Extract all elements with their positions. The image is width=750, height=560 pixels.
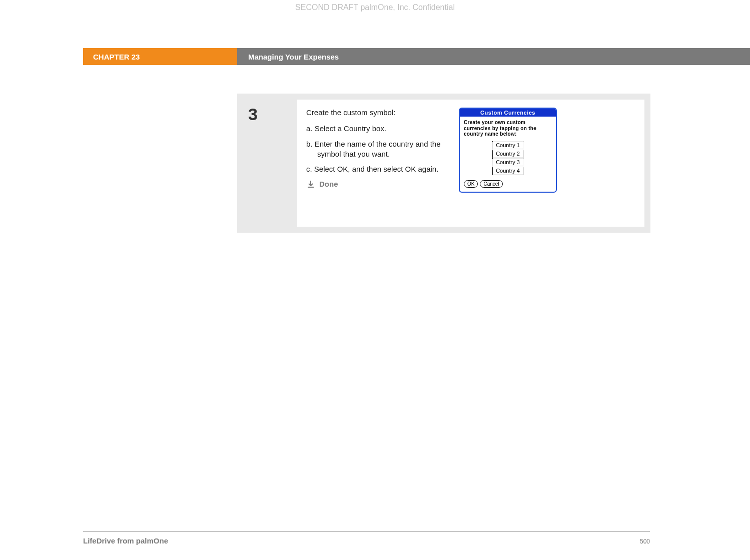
footer-divider bbox=[83, 531, 650, 532]
palm-dialog-title: Custom Currencies bbox=[460, 109, 556, 117]
chapter-spacer bbox=[0, 48, 83, 65]
device-screenshot-area: Custom Currencies Create your own custom… bbox=[459, 108, 635, 219]
palm-instruction-text: Create your own custom currencies by tap… bbox=[464, 120, 552, 137]
palm-dialog-body: Create your own custom currencies by tap… bbox=[460, 117, 556, 192]
chapter-header-bar: CHAPTER 23 Managing Your Expenses bbox=[0, 48, 750, 65]
palm-country-3[interactable]: Country 3 bbox=[492, 158, 523, 166]
step-content-panel: Create the custom symbol: a. Select a Co… bbox=[297, 100, 644, 227]
footer-page-number: 500 bbox=[640, 538, 650, 545]
step-instructions: Create the custom symbol: a. Select a Co… bbox=[306, 108, 459, 219]
watermark-text: SECOND DRAFT palmOne, Inc. Confidential bbox=[295, 3, 455, 12]
palm-dialog: Custom Currencies Create your own custom… bbox=[459, 108, 557, 193]
chapter-label: CHAPTER 23 bbox=[83, 48, 237, 65]
step-item-c: c. Select OK, and then select OK again. bbox=[306, 164, 459, 174]
palm-country-4[interactable]: Country 4 bbox=[492, 167, 523, 175]
step-intro: Create the custom symbol: bbox=[306, 108, 459, 118]
done-indicator: Done bbox=[306, 179, 459, 189]
palm-button-row: OK Cancel bbox=[464, 180, 552, 188]
step-block: 3 Create the custom symbol: a. Select a … bbox=[237, 94, 650, 233]
step-item-a: a. Select a Country box. bbox=[306, 124, 459, 134]
palm-ok-button[interactable]: OK bbox=[464, 180, 478, 188]
chapter-title: Managing Your Expenses bbox=[237, 48, 750, 65]
step-number-column: 3 bbox=[237, 94, 297, 233]
palm-country-list: Country 1 Country 2 Country 3 Country 4 bbox=[464, 141, 552, 175]
palm-country-2[interactable]: Country 2 bbox=[492, 150, 523, 158]
palm-country-1[interactable]: Country 1 bbox=[492, 141, 523, 149]
step-item-b: b. Enter the name of the country and the… bbox=[306, 139, 459, 160]
footer-product-name: LifeDrive from palmOne bbox=[83, 536, 168, 545]
step-number: 3 bbox=[248, 105, 297, 124]
palm-cancel-button[interactable]: Cancel bbox=[480, 180, 502, 188]
done-label: Done bbox=[319, 179, 338, 189]
done-arrow-icon bbox=[306, 180, 315, 189]
